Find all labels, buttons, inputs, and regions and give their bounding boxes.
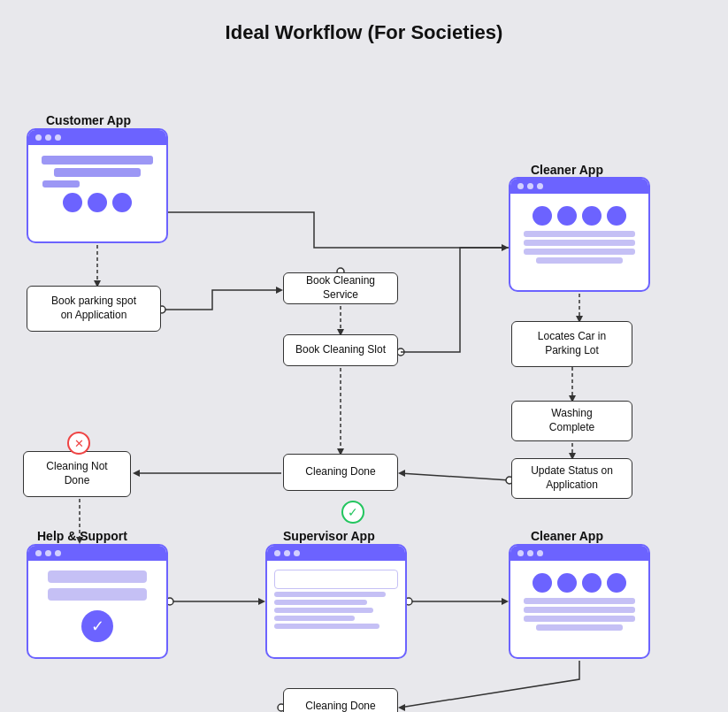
cleaner-app-bottom-titlebar — [510, 546, 648, 561]
circle-7 — [607, 206, 626, 226]
svg-line-14 — [400, 473, 510, 480]
dot13 — [517, 550, 524, 556]
circle-6 — [582, 206, 602, 226]
cleaning-done-mid-box: Cleaning Done — [283, 454, 398, 491]
dot7 — [35, 550, 42, 556]
customer-app-titlebar — [28, 130, 166, 145]
cleaner-app-top-content — [510, 194, 648, 273]
supervisor-app-content — [267, 561, 405, 639]
mock-bar-1 — [42, 156, 153, 165]
cleaner-app-bottom-window — [509, 544, 650, 659]
dot12 — [294, 550, 300, 556]
cleaner-app-bottom-label: Cleaner App — [531, 529, 603, 543]
sv-bar-4 — [274, 616, 355, 621]
help-support-window: ✓ — [27, 544, 168, 659]
dot8 — [45, 550, 51, 556]
cleaning-not-done-box: Cleaning Not Done — [23, 451, 131, 497]
dot4 — [517, 183, 524, 189]
svg-marker-17 — [133, 470, 140, 477]
dot2 — [45, 134, 51, 141]
circles-row — [35, 191, 159, 214]
book-cleaning-service-box: Book Cleaning Service — [283, 272, 398, 304]
book-cleaning-slot-box: Book Cleaning Slot — [283, 334, 398, 366]
circle-5 — [557, 206, 577, 226]
cleaner-app-top-label: Cleaner App — [531, 163, 603, 177]
supervisor-app-label: Supervisor App — [283, 529, 375, 543]
cb-bar-1 — [524, 598, 635, 604]
svg-marker-9 — [502, 244, 509, 251]
customer-app-label: Customer App — [46, 113, 131, 127]
circles-row-top — [517, 204, 641, 227]
help-support-titlebar — [28, 546, 166, 561]
locates-car-box: Locates Car in Parking Lot — [511, 321, 632, 367]
mock-bar-2 — [54, 168, 141, 177]
sv-bar-1 — [274, 592, 386, 597]
sv-input — [274, 570, 398, 589]
circle-11 — [607, 573, 626, 593]
mock-bar-3 — [42, 180, 80, 188]
circle-3 — [112, 193, 132, 212]
svg-marker-25 — [258, 598, 265, 605]
hs-bar-2 — [48, 588, 147, 601]
circles-row-bottom — [517, 571, 641, 594]
washing-complete-box: Washing Complete — [511, 401, 632, 441]
cleaner-app-top-window — [509, 177, 650, 292]
mock-bar-5 — [524, 240, 635, 246]
sv-bar-5 — [274, 624, 379, 629]
dot9 — [55, 550, 61, 556]
customer-app-content — [28, 145, 166, 225]
help-support-content: ✓ — [28, 561, 166, 649]
cleaner-app-bottom-content — [510, 561, 648, 640]
mock-bar-4 — [524, 231, 635, 237]
svg-marker-28 — [502, 598, 509, 605]
page-title: Ideal Workflow (For Societies) — [0, 0, 728, 53]
customer-app-window — [27, 128, 168, 243]
dot1 — [35, 134, 42, 141]
svg-marker-30 — [398, 704, 405, 711]
help-support-label: Help & Support — [37, 529, 127, 543]
supervisor-app-titlebar — [267, 546, 405, 561]
dot6 — [537, 183, 543, 189]
cleaner-app-top-titlebar — [510, 179, 648, 194]
circle-9 — [557, 573, 577, 593]
dot3 — [55, 134, 61, 141]
sv-bar-3 — [274, 608, 373, 613]
svg-point-18 — [397, 348, 404, 356]
cb-bar-3 — [524, 616, 635, 622]
sv-bar-2 — [274, 600, 367, 605]
dot15 — [537, 550, 543, 556]
book-parking-box: Book parking spot on Application — [27, 286, 161, 332]
svg-marker-2 — [276, 287, 283, 294]
circle-1 — [63, 193, 82, 212]
mock-bar-6 — [524, 249, 635, 255]
svg-marker-15 — [398, 470, 405, 477]
circle-4 — [533, 206, 552, 226]
circle-2 — [88, 193, 107, 212]
x-icon: ✕ — [67, 432, 90, 455]
check-icon-1: ✓ — [341, 501, 364, 524]
hs-check-icon: ✓ — [81, 610, 113, 642]
circle-8 — [533, 573, 552, 593]
dot5 — [527, 183, 533, 189]
supervisor-app-window — [265, 544, 407, 659]
cb-bar-4 — [536, 624, 623, 631]
dot14 — [527, 550, 533, 556]
cleaning-done-bottom-box: Cleaning Done — [283, 688, 398, 712]
circle-10 — [582, 573, 602, 593]
update-status-box: Update Status on Application — [511, 458, 632, 499]
dot11 — [284, 550, 290, 556]
dot10 — [274, 550, 280, 556]
mock-bar-7 — [536, 257, 623, 264]
cb-bar-2 — [524, 607, 635, 613]
hs-bar-1 — [48, 570, 147, 583]
